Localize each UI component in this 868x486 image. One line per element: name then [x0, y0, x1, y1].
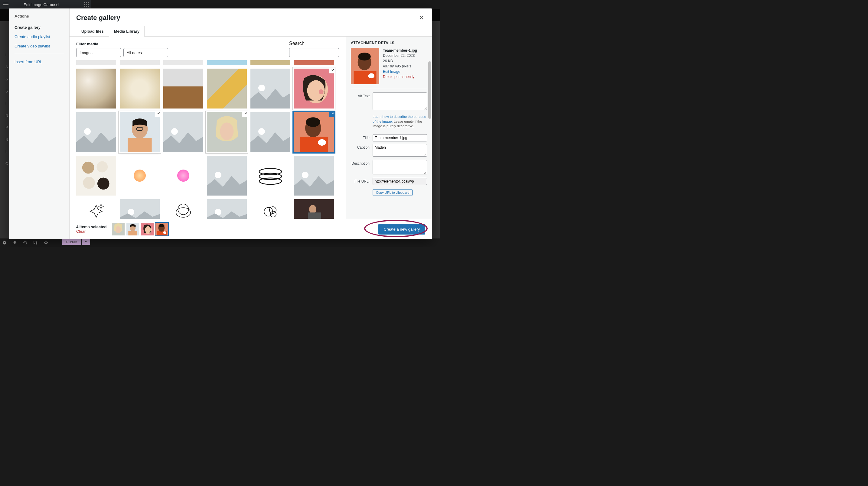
- caption-input[interactable]: [373, 144, 427, 157]
- scrollbar-track: [428, 43, 432, 219]
- media-thumb-selected[interactable]: [294, 69, 334, 108]
- svg-point-33: [116, 226, 121, 233]
- media-thumb[interactable]: [294, 60, 334, 65]
- media-thumb[interactable]: [163, 60, 203, 65]
- tab-upload-files[interactable]: Upload files: [76, 26, 109, 37]
- svg-point-20: [178, 204, 188, 215]
- selection-thumb[interactable]: [141, 223, 154, 235]
- media-thumb[interactable]: [207, 199, 247, 219]
- check-icon[interactable]: [155, 112, 160, 117]
- media-thumb[interactable]: [163, 156, 203, 196]
- clear-selection[interactable]: Clear: [76, 229, 106, 234]
- media-thumb[interactable]: [250, 199, 290, 219]
- media-thumb[interactable]: [207, 156, 247, 196]
- description-input[interactable]: [373, 160, 427, 174]
- media-thumb[interactable]: [120, 69, 160, 108]
- media-thumb[interactable]: [163, 69, 203, 108]
- svg-point-14: [83, 177, 95, 189]
- media-thumb[interactable]: [76, 156, 116, 196]
- media-thumb[interactable]: [120, 199, 160, 219]
- apps-grid-icon[interactable]: [83, 1, 90, 8]
- media-thumb-selected[interactable]: [207, 112, 247, 152]
- tab-media-library[interactable]: Media Library: [109, 26, 145, 37]
- filter-bar: Filter media Images All dates Search: [69, 37, 346, 60]
- media-thumb[interactable]: [163, 112, 203, 152]
- scrollbar-thumb[interactable]: [428, 61, 431, 119]
- media-thumb[interactable]: [250, 156, 290, 196]
- check-icon[interactable]: [242, 112, 247, 117]
- attachment-dimensions: 407 by 495 pixels: [383, 64, 417, 69]
- title-input[interactable]: [373, 134, 427, 141]
- media-thumb[interactable]: [76, 199, 116, 219]
- alt-text-input[interactable]: [373, 93, 427, 110]
- sidebar-item-video-playlist[interactable]: Create video playlist: [9, 41, 69, 51]
- media-thumb[interactable]: [250, 60, 290, 65]
- modal-main: Create gallery ✕ Upload files Media Libr…: [69, 8, 432, 239]
- create-gallery-button[interactable]: Create a new gallery: [378, 224, 425, 234]
- caption-label: Caption: [351, 144, 373, 150]
- svg-point-13: [96, 161, 108, 172]
- sidebar-heading: Actions: [9, 14, 69, 23]
- media-thumb[interactable]: [120, 60, 160, 65]
- sidebar-item-create-gallery[interactable]: Create gallery: [9, 23, 69, 32]
- sidebar-item-insert-url[interactable]: Insert from URL: [9, 57, 69, 66]
- svg-point-10: [306, 117, 320, 127]
- check-icon[interactable]: [329, 69, 334, 73]
- close-icon[interactable]: ✕: [417, 14, 425, 22]
- sidebar-item-audio-playlist[interactable]: Create audio playlist: [9, 32, 69, 41]
- svg-rect-3: [128, 138, 152, 152]
- edit-image-link[interactable]: Edit Image: [383, 69, 417, 74]
- svg-rect-25: [308, 213, 321, 219]
- selection-thumbnails: [112, 223, 168, 235]
- svg-rect-35: [128, 231, 137, 235]
- media-tabs: Upload files Media Library: [69, 25, 432, 37]
- search-input[interactable]: [289, 48, 339, 57]
- media-thumb[interactable]: [250, 112, 290, 152]
- selection-count: 4 items selected: [76, 225, 106, 229]
- modal-footer: 4 items selected Clear Create a new gall…: [69, 219, 432, 239]
- copy-url-button[interactable]: Copy URL to clipboard: [373, 189, 412, 196]
- filter-date-select[interactable]: All dates: [123, 48, 168, 57]
- svg-point-29: [359, 53, 371, 60]
- media-thumb[interactable]: [294, 156, 334, 196]
- eye-icon[interactable]: [43, 240, 49, 245]
- media-thumb[interactable]: [250, 69, 290, 108]
- search-label: Search: [289, 41, 339, 46]
- editor-topbar: Edit Image Carousel: [0, 0, 91, 9]
- publish-caret[interactable]: [82, 238, 90, 245]
- media-thumb[interactable]: [294, 199, 334, 219]
- selection-thumb[interactable]: [126, 223, 139, 235]
- fileurl-input[interactable]: [373, 178, 427, 185]
- title-label: Title: [351, 134, 373, 140]
- media-thumb[interactable]: [207, 60, 247, 65]
- hamburger-icon[interactable]: [3, 3, 8, 6]
- media-thumb-selected[interactable]: [120, 112, 160, 152]
- attachment-filename: Team-member-1.jpg: [383, 48, 417, 53]
- media-thumb[interactable]: [76, 60, 116, 65]
- svg-point-23: [270, 211, 276, 217]
- history-icon[interactable]: [23, 240, 27, 245]
- fileurl-label: File URL:: [351, 178, 373, 184]
- publish-button[interactable]: Publish: [62, 239, 81, 245]
- delete-permanently-link[interactable]: Delete permanently: [383, 74, 417, 79]
- svg-point-12: [82, 162, 94, 174]
- svg-point-15: [97, 178, 110, 190]
- svg-point-7: [220, 122, 234, 140]
- media-thumb[interactable]: [207, 69, 247, 108]
- svg-point-24: [309, 205, 316, 214]
- media-thumb[interactable]: [120, 156, 160, 196]
- media-thumb[interactable]: [76, 69, 116, 108]
- media-thumb[interactable]: [76, 112, 116, 152]
- media-thumb-focused[interactable]: [294, 112, 334, 152]
- filter-type-select[interactable]: Images: [76, 48, 121, 57]
- check-icon[interactable]: [329, 112, 334, 117]
- media-thumb[interactable]: [163, 199, 203, 219]
- layers-icon[interactable]: [13, 240, 17, 245]
- attachment-size: 26 KB: [383, 59, 417, 64]
- selection-thumb-active[interactable]: [155, 223, 168, 235]
- selection-thumb[interactable]: [112, 223, 125, 235]
- responsive-icon[interactable]: [33, 240, 37, 245]
- gear-icon[interactable]: [2, 240, 7, 245]
- svg-point-18: [259, 178, 282, 184]
- attachment-date: December 22, 2023: [383, 53, 417, 58]
